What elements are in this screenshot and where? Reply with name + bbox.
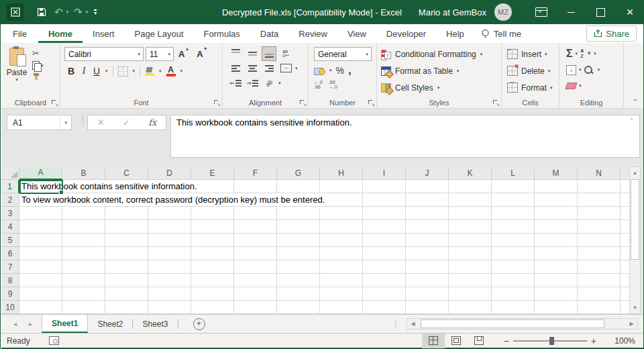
cell-D10[interactable] xyxy=(148,301,191,314)
grow-font-button[interactable]: A▲ xyxy=(176,49,192,59)
undo-dropdown-icon[interactable]: ▾ xyxy=(66,9,70,15)
tab-review[interactable]: Review xyxy=(288,24,337,43)
cell-J6[interactable] xyxy=(406,247,449,260)
row-header-9[interactable]: 9 xyxy=(1,287,19,301)
cell-K9[interactable] xyxy=(449,287,492,301)
tab-file[interactable]: File xyxy=(1,24,38,43)
borders-dropdown-icon[interactable]: ▾ xyxy=(133,68,136,74)
wrap-text-button[interactable]: abc↩ xyxy=(278,46,293,61)
number-format-dropdown-icon[interactable]: ▾ xyxy=(363,52,371,57)
cell-L5[interactable] xyxy=(492,234,535,247)
shrink-font-button[interactable]: A▼ xyxy=(194,49,210,59)
cell-C10[interactable] xyxy=(105,301,148,314)
zoom-slider[interactable] xyxy=(513,340,587,342)
cell-I6[interactable] xyxy=(363,247,406,260)
cell-G9[interactable] xyxy=(277,287,320,301)
column-header-H[interactable]: H xyxy=(320,166,363,180)
page-layout-view-button[interactable] xyxy=(445,334,468,348)
underline-button[interactable]: U xyxy=(93,66,101,77)
cell-K8[interactable] xyxy=(449,274,492,287)
scroll-right-icon[interactable]: ▶ xyxy=(626,321,637,327)
cell-E3[interactable] xyxy=(191,207,234,220)
fill-color-icon[interactable] xyxy=(145,66,154,76)
redo-dropdown-icon[interactable]: ▾ xyxy=(85,9,89,15)
clear-icon[interactable] xyxy=(565,83,578,89)
copy-button[interactable]: ▾ xyxy=(32,61,44,70)
new-sheet-button[interactable]: + xyxy=(193,318,205,330)
font-name-dropdown-icon[interactable]: ▾ xyxy=(135,52,143,57)
cell-D8[interactable] xyxy=(148,274,191,287)
row-header-4[interactable]: 4 xyxy=(1,220,19,234)
styles-dialog-launcher-icon[interactable] xyxy=(492,99,499,106)
accounting-format-icon[interactable] xyxy=(314,66,325,75)
customize-qat-icon[interactable]: ▾ xyxy=(94,9,97,15)
cell-K10[interactable] xyxy=(449,301,492,314)
paste-dropdown-icon[interactable]: ▾ xyxy=(15,77,18,83)
tab-page-layout[interactable]: Page Layout xyxy=(125,24,194,43)
top-align-button[interactable] xyxy=(228,46,243,61)
zoom-slider-thumb[interactable] xyxy=(549,337,554,345)
cell-F3[interactable] xyxy=(234,207,277,220)
cell-F1[interactable] xyxy=(234,180,277,193)
cell-J3[interactable] xyxy=(406,207,449,220)
cell-J7[interactable] xyxy=(406,260,449,274)
cell-L10[interactable] xyxy=(492,301,535,314)
clipboard-dialog-launcher-icon[interactable] xyxy=(51,99,58,106)
cell-L9[interactable] xyxy=(492,287,535,301)
scroll-left-icon[interactable]: ◀ xyxy=(407,321,419,327)
vertical-scroll-thumb[interactable] xyxy=(631,179,639,260)
delete-cells-button[interactable]: Delete▾ xyxy=(507,62,559,79)
cell-styles-button[interactable]: Cell Styles▾ xyxy=(381,79,501,96)
cell-L8[interactable] xyxy=(492,274,535,287)
autosum-button[interactable]: Σ xyxy=(566,48,573,59)
minimize-button[interactable] xyxy=(556,0,586,24)
cell-N9[interactable] xyxy=(578,287,621,301)
cell-N8[interactable] xyxy=(578,274,621,287)
middle-align-button[interactable] xyxy=(245,46,260,61)
font-size-combo[interactable]: 11▾ xyxy=(146,47,174,61)
cell-N1[interactable] xyxy=(578,180,621,193)
tab-home[interactable]: Home xyxy=(38,24,83,43)
align-left-button[interactable] xyxy=(228,61,243,76)
cell-B3[interactable] xyxy=(62,207,105,220)
avatar[interactable]: MZ xyxy=(494,3,512,21)
cell-H3[interactable] xyxy=(320,207,363,220)
tab-data[interactable]: Data xyxy=(250,24,288,43)
tab-formulas[interactable]: Formulas xyxy=(194,24,250,43)
cell-E4[interactable] xyxy=(191,220,234,234)
tab-insert[interactable]: Insert xyxy=(83,24,125,43)
cell-F9[interactable] xyxy=(234,287,277,301)
align-right-button[interactable] xyxy=(262,61,276,76)
cell-J5[interactable] xyxy=(406,234,449,247)
cell-G1[interactable] xyxy=(277,180,320,193)
cell-B4[interactable] xyxy=(62,220,105,234)
cell-H8[interactable] xyxy=(320,274,363,287)
cell-J9[interactable] xyxy=(406,287,449,301)
cell-A8[interactable] xyxy=(19,274,62,287)
cell-E7[interactable] xyxy=(191,260,234,274)
cancel-entry-icon[interactable]: ✕ xyxy=(97,117,105,128)
cell-J10[interactable] xyxy=(406,301,449,314)
scroll-down-icon[interactable]: ▼ xyxy=(630,302,640,313)
column-header-G[interactable]: G xyxy=(277,166,320,180)
cell-H7[interactable] xyxy=(320,260,363,274)
cell-L1[interactable] xyxy=(492,180,535,193)
find-select-icon[interactable] xyxy=(584,66,592,74)
cell-F6[interactable] xyxy=(234,247,277,260)
cell-A3[interactable] xyxy=(19,207,62,220)
cell-M8[interactable] xyxy=(535,274,578,287)
cell-A6[interactable] xyxy=(19,247,62,260)
cell-C4[interactable] xyxy=(105,220,148,234)
cell-I4[interactable] xyxy=(363,220,406,234)
orientation-button[interactable]: ab xyxy=(262,76,276,91)
cell-I10[interactable] xyxy=(363,301,406,314)
cell-K7[interactable] xyxy=(449,260,492,274)
cell-H6[interactable] xyxy=(320,247,363,260)
cell-I8[interactable] xyxy=(363,274,406,287)
column-header-N[interactable]: N xyxy=(578,166,621,180)
number-format-combo[interactable]: General▾ xyxy=(314,47,372,61)
zoom-level[interactable]: 100% xyxy=(611,336,635,346)
cell-D7[interactable] xyxy=(148,260,191,274)
cut-icon[interactable]: ✂ xyxy=(32,48,44,58)
formula-bar-drag-handle[interactable]: ⋮ xyxy=(78,117,87,121)
